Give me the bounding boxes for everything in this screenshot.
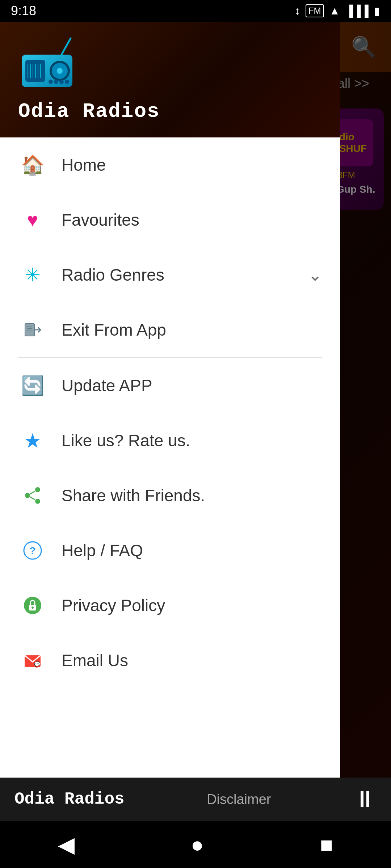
svg-point-25 — [35, 499, 40, 504]
svg-text:💬: 💬 — [34, 661, 41, 667]
disclaimer-link[interactable]: Disclaimer — [207, 792, 271, 807]
home-button[interactable]: ● — [191, 832, 204, 857]
menu-item-home[interactable]: 🏠 Home — [0, 137, 340, 192]
svg-point-23 — [35, 487, 40, 492]
menu-item-help[interactable]: ? Help / FAQ — [0, 523, 340, 578]
genres-icon: ✳ — [18, 260, 47, 289]
drawer-app-name: Odia Radios — [18, 100, 322, 123]
svg-point-32 — [31, 607, 34, 609]
recents-button[interactable]: ■ — [320, 832, 333, 857]
svg-rect-19 — [27, 328, 32, 329]
menu-item-rate[interactable]: ★ Like us? Rate us. — [0, 413, 340, 468]
menu-label-email: Email Us — [62, 651, 128, 670]
menu-item-update[interactable]: 🔄 Update APP — [0, 358, 340, 413]
menu-item-radio-genres[interactable]: ✳ Radio Genres ⌄ — [0, 247, 340, 302]
drawer-menu: 🏠 Home ♥ Favourites ✳ Radio Genres ⌄ — [0, 137, 340, 868]
svg-line-12 — [62, 38, 71, 55]
home-icon: 🏠 — [18, 150, 47, 179]
heart-icon: ♥ — [18, 205, 47, 234]
menu-label-share: Share with Friends. — [62, 486, 205, 505]
status-time: 9:18 — [11, 3, 36, 18]
star-icon: ★ — [18, 426, 47, 455]
app-logo — [18, 35, 76, 93]
menu-item-email[interactable]: 💬 Email Us — [0, 633, 340, 688]
fm-icon: FM — [306, 4, 324, 17]
update-icon: 🔄 — [18, 371, 47, 400]
navigation-bar: ◀ ● ■ — [0, 821, 391, 868]
svg-rect-20 — [26, 326, 32, 327]
svg-point-13 — [49, 80, 53, 84]
menu-label-radio-genres: Radio Genres — [62, 265, 164, 285]
menu-label-favourites: Favourites — [62, 210, 139, 230]
back-button[interactable]: ◀ — [58, 832, 75, 857]
bottom-bar: Odia Radios Disclaimer ⏸ — [0, 778, 391, 821]
menu-label-exit: Exit From App — [62, 320, 166, 340]
menu-label-update: Update APP — [62, 376, 152, 395]
lock-icon — [18, 591, 47, 620]
menu-label-home: Home — [62, 155, 106, 175]
pause-button[interactable]: ⏸ — [353, 786, 377, 813]
svg-point-16 — [65, 80, 69, 84]
svg-line-26 — [30, 491, 35, 494]
battery-icon: ▮ — [374, 5, 380, 17]
svg-point-15 — [59, 80, 64, 84]
svg-line-27 — [30, 497, 35, 500]
svg-text:?: ? — [29, 545, 35, 556]
menu-item-exit[interactable]: Exit From App — [0, 302, 340, 357]
menu-label-privacy: Privacy Policy — [62, 596, 165, 615]
help-icon: ? — [18, 536, 47, 565]
email-icon: 💬 — [18, 646, 47, 675]
menu-label-help: Help / FAQ — [62, 541, 143, 560]
exit-icon — [18, 315, 47, 344]
svg-point-24 — [25, 493, 30, 498]
bottom-app-name: Odia Radios — [14, 790, 125, 809]
menu-item-favourites[interactable]: ♥ Favourites — [0, 192, 340, 247]
chevron-down-icon: ⌄ — [308, 265, 322, 285]
status-icons: ↕ FM ▲ ▐▐▐ ▮ — [295, 4, 380, 17]
signal-icon: ▐▐▐ — [345, 5, 369, 17]
share-icon — [18, 481, 47, 510]
svg-point-14 — [54, 80, 58, 84]
menu-item-share[interactable]: Share with Friends. — [0, 468, 340, 523]
svg-rect-21 — [26, 330, 32, 331]
menu-item-privacy[interactable]: Privacy Policy — [0, 578, 340, 633]
navigation-drawer: Odia Radios 🏠 Home ♥ Favourites ✳ Radio … — [0, 0, 340, 868]
svg-point-11 — [57, 68, 63, 74]
wifi-icon: ▲ — [329, 5, 340, 17]
data-icon: ↕ — [295, 5, 300, 17]
status-bar: 9:18 ↕ FM ▲ ▐▐▐ ▮ — [0, 0, 391, 22]
menu-label-rate: Like us? Rate us. — [62, 431, 190, 450]
